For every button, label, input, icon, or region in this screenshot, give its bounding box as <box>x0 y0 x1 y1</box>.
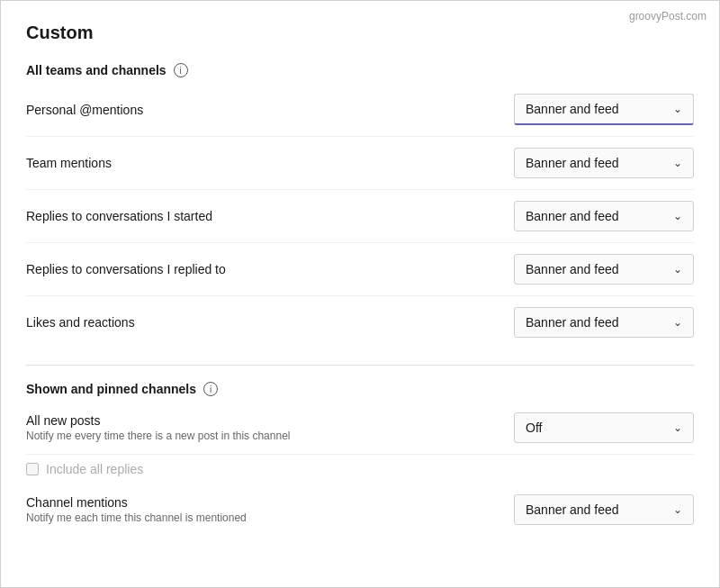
shown-pinned-info-icon[interactable]: i <box>203 382 218 396</box>
likes-reactions-label: Likes and reactions <box>26 315 514 330</box>
channel-mentions-chevron-icon: ⌄ <box>673 503 682 516</box>
replies-started-content: Replies to conversations I started <box>26 209 514 223</box>
shown-pinned-header: Shown and pinned channels i <box>26 382 694 396</box>
team-mentions-dropdown-value: Banner and feed <box>526 156 659 170</box>
replies-started-label: Replies to conversations I started <box>26 209 514 223</box>
personal-mentions-row: Personal @mentions Banner and feed ⌄ <box>26 83 694 137</box>
team-mentions-row: Team mentions Banner and feed ⌄ <box>26 137 694 190</box>
replies-replied-content: Replies to conversations I replied to <box>26 262 514 276</box>
personal-mentions-label: Personal @mentions <box>26 103 514 117</box>
replies-replied-dropdown-value: Banner and feed <box>526 262 659 276</box>
personal-mentions-content: Personal @mentions <box>26 103 514 117</box>
include-all-replies-checkbox[interactable] <box>26 463 39 475</box>
channel-mentions-content: Channel mentions Notify me each time thi… <box>26 495 514 524</box>
all-teams-title: All teams and channels <box>26 63 166 77</box>
replies-started-chevron-icon: ⌄ <box>673 210 682 222</box>
personal-mentions-dropdown-value: Banner and feed <box>526 102 659 116</box>
likes-reactions-dropdown[interactable]: Banner and feed ⌄ <box>514 307 694 338</box>
replies-replied-row: Replies to conversations I replied to Ba… <box>26 243 694 296</box>
team-mentions-label: Team mentions <box>26 156 514 170</box>
channel-mentions-row: Channel mentions Notify me each time thi… <box>26 484 694 536</box>
replies-replied-label: Replies to conversations I replied to <box>26 262 514 276</box>
personal-mentions-dropdown[interactable]: Banner and feed ⌄ <box>514 94 694 125</box>
shown-pinned-title: Shown and pinned channels <box>26 382 196 396</box>
all-new-posts-dropdown[interactable]: Off ⌄ <box>514 412 694 443</box>
page-title: Custom <box>26 23 694 43</box>
replies-started-row: Replies to conversations I started Banne… <box>26 190 694 243</box>
channel-mentions-dropdown[interactable]: Banner and feed ⌄ <box>514 494 694 525</box>
all-teams-info-icon[interactable]: i <box>174 63 188 77</box>
section-divider <box>26 365 694 366</box>
all-new-posts-content: All new posts Notify me every time there… <box>26 413 514 442</box>
shown-pinned-section: Shown and pinned channels i All new post… <box>26 382 694 536</box>
all-new-posts-row: All new posts Notify me every time there… <box>26 402 694 455</box>
personal-mentions-chevron-icon: ⌄ <box>673 103 682 115</box>
team-mentions-dropdown[interactable]: Banner and feed ⌄ <box>514 148 694 178</box>
all-new-posts-chevron-icon: ⌄ <box>673 421 682 434</box>
all-teams-section: All teams and channels i Personal @menti… <box>26 63 694 348</box>
likes-reactions-chevron-icon: ⌄ <box>673 316 682 329</box>
replies-replied-chevron-icon: ⌄ <box>673 263 682 276</box>
include-all-replies-label: Include all replies <box>46 462 143 476</box>
likes-reactions-row: Likes and reactions Banner and feed ⌄ <box>26 296 694 348</box>
channel-mentions-sublabel: Notify me each time this channel is ment… <box>26 511 514 524</box>
likes-reactions-content: Likes and reactions <box>26 315 514 330</box>
team-mentions-chevron-icon: ⌄ <box>673 157 682 169</box>
team-mentions-content: Team mentions <box>26 156 514 170</box>
channel-mentions-label: Channel mentions <box>26 495 514 510</box>
replies-started-dropdown-value: Banner and feed <box>526 209 659 223</box>
include-all-replies-row: Include all replies <box>26 455 694 484</box>
all-new-posts-sublabel: Notify me every time there is a new post… <box>26 430 514 442</box>
watermark: groovyPost.com <box>629 10 706 23</box>
channel-mentions-dropdown-value: Banner and feed <box>526 502 659 517</box>
all-new-posts-label: All new posts <box>26 413 514 428</box>
all-new-posts-dropdown-value: Off <box>526 421 659 435</box>
settings-window: groovyPost.com Custom All teams and chan… <box>0 0 720 588</box>
likes-reactions-dropdown-value: Banner and feed <box>526 315 659 330</box>
replies-replied-dropdown[interactable]: Banner and feed ⌄ <box>514 254 694 285</box>
replies-started-dropdown[interactable]: Banner and feed ⌄ <box>514 201 694 231</box>
all-teams-header: All teams and channels i <box>26 63 694 77</box>
